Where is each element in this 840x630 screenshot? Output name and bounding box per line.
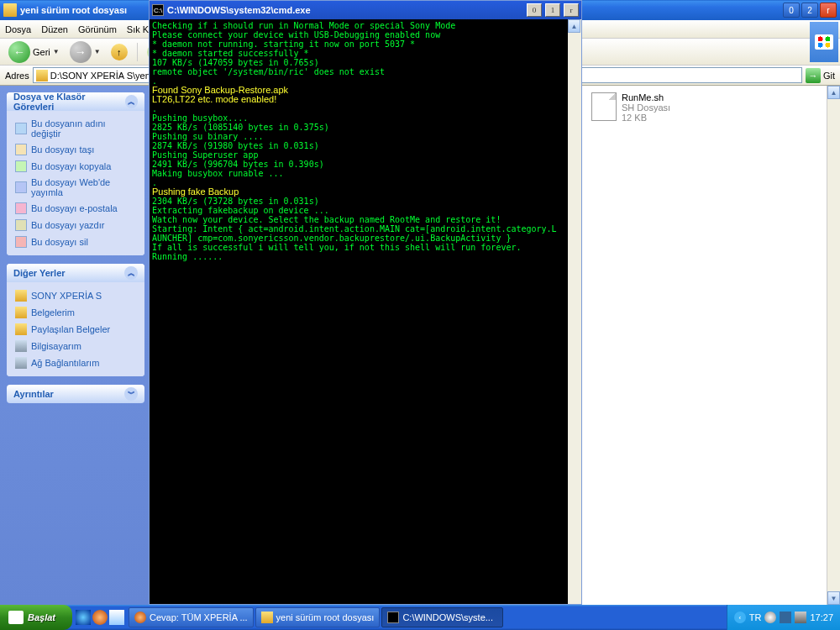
task-link[interactable]: Bu dosyanın adını değiştir: [15, 116, 136, 141]
task-icon: [15, 236, 27, 248]
task-label: C:\WINDOWS\syste...: [402, 612, 493, 622]
place-link[interactable]: Paylaşılan Belgeler: [15, 321, 136, 338]
task-link[interactable]: Bu dosyayı Web'de yayımla: [15, 175, 136, 200]
panel-title: Ayrıntılar: [13, 389, 54, 399]
cmd-icon: [387, 612, 399, 623]
panel-header[interactable]: Ayrıntılar ︾: [7, 385, 144, 403]
folder-icon: [261, 612, 273, 623]
place-link[interactable]: SONY XPERİA S: [15, 287, 136, 304]
clock[interactable]: 17:27: [810, 612, 833, 622]
file-icon: [591, 92, 617, 121]
place-link[interactable]: Ağ Bağlantılarım: [15, 354, 136, 371]
scrollbar[interactable]: ▲: [568, 19, 581, 604]
go-label: Git: [823, 71, 835, 81]
tasks-sidebar: Dosya ve Klasör Görevleri ︽ Bu dosyanın …: [0, 86, 151, 605]
back-button[interactable]: ← Geri ▼: [5, 39, 63, 65]
panel-header[interactable]: Diğer Yerler ︽: [7, 264, 144, 282]
forward-button[interactable]: → ▼: [66, 39, 104, 65]
maximize-button[interactable]: 2: [801, 3, 818, 18]
minimize-button[interactable]: 0: [527, 3, 542, 17]
chevron-up-icon[interactable]: ︽: [124, 266, 138, 280]
task-icon: [15, 202, 27, 214]
show-desktop-icon[interactable]: [76, 610, 91, 625]
firefox-icon: [134, 612, 146, 623]
close-button[interactable]: r: [820, 3, 837, 18]
task-icon: [15, 181, 27, 193]
file-name: RunMe.sh: [622, 92, 670, 102]
task-icon: [15, 123, 27, 134]
taskbar-item-cmd[interactable]: C:\WINDOWS\syste...: [381, 607, 503, 627]
dropdown-arrow-icon[interactable]: ▼: [53, 48, 60, 55]
cmd-titlebar[interactable]: C:\ C:\WINDOWS\system32\cmd.exe 0 1 r: [150, 1, 581, 19]
file-item[interactable]: RunMe.sh SH Dosyası 12 KB: [588, 89, 674, 126]
scroll-up-button[interactable]: ▲: [827, 86, 840, 99]
taskbar-item-explorer[interactable]: yeni sürüm root dosyası: [255, 607, 381, 627]
language-indicator[interactable]: TR: [749, 612, 762, 622]
place-icon: [15, 340, 27, 352]
start-button[interactable]: Başlat: [0, 605, 72, 630]
scroll-up-button[interactable]: ▲: [568, 19, 580, 33]
forward-icon: →: [70, 41, 92, 63]
place-link[interactable]: Belgelerim: [15, 304, 136, 321]
task-link[interactable]: Bu dosyayı e-postala: [15, 200, 136, 217]
taskbar: Başlat Cevap: TÜM XPERİA ... yeni sürüm …: [0, 605, 840, 630]
tray-icon[interactable]: [764, 612, 776, 623]
tray-icon[interactable]: [795, 612, 806, 623]
firefox-icon[interactable]: [92, 610, 108, 625]
dropdown-arrow-icon[interactable]: ▼: [94, 48, 101, 55]
go-button[interactable]: → Git: [806, 68, 835, 83]
back-icon: ←: [8, 41, 30, 63]
file-type: SH Dosyası: [622, 102, 670, 113]
place-icon: [15, 307, 27, 318]
up-button[interactable]: ↑: [108, 42, 131, 62]
taskbar-item-firefox[interactable]: Cevap: TÜM XPERİA ...: [129, 607, 254, 627]
minimize-button[interactable]: 0: [783, 3, 800, 18]
panel-title: Diğer Yerler: [13, 268, 66, 278]
task-label: Cevap: TÜM XPERİA ...: [150, 612, 248, 622]
place-label: SONY XPERİA S: [31, 291, 102, 301]
cmd-output: Checking if i should run in Normal Mode …: [150, 19, 568, 604]
chevron-down-icon[interactable]: ︾: [124, 387, 138, 401]
scrollbar[interactable]: ▲ ▼: [827, 86, 840, 605]
menu-file[interactable]: Dosya: [5, 24, 31, 34]
folder-icon: [3, 3, 17, 17]
other-places-panel: Diğer Yerler ︽ SONY XPERİA SBelgelerimPa…: [7, 264, 144, 376]
task-link[interactable]: Bu dosyayı sil: [15, 234, 136, 250]
maximize-button[interactable]: 1: [545, 3, 560, 17]
task-link[interactable]: Bu dosyayı taşı: [15, 141, 136, 158]
address-label: Adres: [5, 71, 29, 81]
menu-edit[interactable]: Düzen: [41, 24, 68, 34]
file-tasks-panel: Dosya ve Klasör Görevleri ︽ Bu dosyanın …: [7, 92, 144, 255]
cmd-title-text: C:\WINDOWS\system32\cmd.exe: [167, 5, 523, 15]
task-label: Bu dosyayı sil: [31, 237, 88, 247]
place-label: Ağ Bağlantılarım: [31, 358, 99, 368]
task-label: Bu dosyanın adını değiştir: [31, 118, 136, 139]
windows-flag-icon: [8, 611, 24, 624]
task-label: Bu dosyayı kopyala: [31, 161, 111, 171]
system-tray[interactable]: ‹ TR 17:27: [727, 605, 840, 630]
task-link[interactable]: Bu dosyayı kopyala: [15, 158, 136, 175]
cmd-icon: C:\: [152, 4, 164, 16]
task-icon: [15, 160, 27, 172]
scroll-down-button[interactable]: ▼: [827, 591, 840, 605]
menu-view[interactable]: Görünüm: [78, 24, 117, 34]
place-link[interactable]: Bilgisayarım: [15, 338, 136, 354]
windows-flag-icon: [815, 34, 833, 50]
task-icon: [15, 144, 27, 155]
tray-expand-icon[interactable]: ‹: [734, 612, 746, 623]
task-link[interactable]: Bu dosyayı yazdır: [15, 217, 136, 234]
chevron-up-icon[interactable]: ︽: [125, 95, 138, 108]
panel-header[interactable]: Dosya ve Klasör Görevleri ︽: [7, 92, 144, 111]
task-label: Bu dosyayı Web'de yayımla: [31, 177, 136, 197]
start-label: Başlat: [28, 612, 55, 622]
close-button[interactable]: r: [564, 3, 579, 17]
task-label: Bu dosyayı e-postala: [31, 203, 118, 213]
tray-icon[interactable]: [780, 612, 791, 623]
cmd-window: C:\ C:\WINDOWS\system32\cmd.exe 0 1 r Ch…: [149, 0, 582, 605]
place-label: Bilgisayarım: [31, 341, 81, 351]
app-icon[interactable]: [109, 610, 124, 625]
place-label: Paylaşılan Belgeler: [31, 324, 110, 334]
go-arrow-icon: →: [806, 68, 821, 83]
folder-up-icon: ↑: [111, 44, 128, 60]
panel-title: Dosya ve Klasör Görevleri: [13, 92, 125, 112]
